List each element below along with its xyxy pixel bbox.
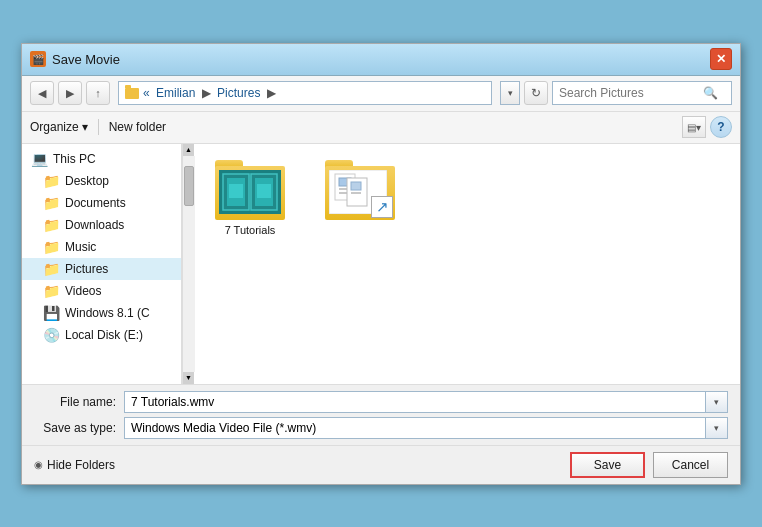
- save-button[interactable]: Save: [570, 452, 645, 478]
- chevron-up-icon: ◉: [34, 459, 43, 470]
- action-right: ▤ ▾ ?: [682, 116, 732, 138]
- action-bar: Organize ▾ New folder ▤ ▾ ?: [22, 112, 740, 144]
- filename-value: 7 Tutorials.wmv: [131, 395, 214, 409]
- scroll-track: [183, 156, 195, 372]
- savetype-label: Save as type:: [34, 421, 124, 435]
- search-bar: 🔍: [552, 81, 732, 105]
- shortcut-arrow-icon: ↗: [371, 196, 393, 218]
- sidebar-label-desktop: Desktop: [65, 174, 109, 188]
- breadcrumb-pictures[interactable]: Pictures: [217, 86, 260, 100]
- address-path-label: « Emilian ▶ Pictures ▶: [143, 86, 276, 100]
- scroll-down-button[interactable]: ▼: [183, 372, 195, 384]
- address-dropdown-button[interactable]: ▾: [500, 81, 520, 105]
- new-folder-button[interactable]: New folder: [109, 120, 166, 134]
- folder-name-pictures-2: [358, 224, 361, 236]
- folder-thumbnail-1: [219, 170, 281, 214]
- bottom-area: File name: 7 Tutorials.wmv ▾ Save as typ…: [22, 384, 740, 445]
- main-area: 💻 This PC 📁 Desktop 📁 Documents 📁 Downlo…: [22, 144, 740, 384]
- hide-folders-label: Hide Folders: [47, 458, 115, 472]
- sidebar-label-local-disk: Local Disk (E:): [65, 328, 143, 342]
- sidebar-scrollbar: ▲ ▼: [182, 144, 194, 384]
- organize-button[interactable]: Organize ▾: [30, 120, 88, 134]
- sidebar-label-downloads: Downloads: [65, 218, 124, 232]
- sidebar-item-videos[interactable]: 📁 Videos: [22, 280, 181, 302]
- svg-rect-11: [339, 192, 347, 194]
- pc-icon: 💻: [30, 151, 48, 167]
- savetype-input[interactable]: Windows Media Video File (*.wmv): [124, 417, 706, 439]
- sidebar: 💻 This PC 📁 Desktop 📁 Documents 📁 Downlo…: [22, 144, 182, 384]
- savetype-input-group: Windows Media Video File (*.wmv) ▾: [124, 417, 728, 439]
- forward-button[interactable]: ▶: [58, 81, 82, 105]
- back-button[interactable]: ◀: [30, 81, 54, 105]
- filename-input-group: 7 Tutorials.wmv ▾: [124, 391, 728, 413]
- sidebar-item-desktop[interactable]: 📁 Desktop: [22, 170, 181, 192]
- view-options-button[interactable]: ▤ ▾: [682, 116, 706, 138]
- breadcrumb-emilian[interactable]: Emilian: [156, 86, 195, 100]
- footer-buttons: Save Cancel: [570, 452, 728, 478]
- search-icon: 🔍: [703, 86, 718, 100]
- title-bar: 🎬 Save Movie ✕: [22, 44, 740, 76]
- refresh-button[interactable]: ↻: [524, 81, 548, 105]
- filename-label: File name:: [34, 395, 124, 409]
- svg-rect-6: [257, 184, 271, 198]
- folder-name-tutorials: 7 Tutorials: [225, 224, 276, 236]
- sidebar-item-pictures[interactable]: 📁 Pictures: [22, 258, 181, 280]
- sidebar-item-local-disk[interactable]: 💿 Local Disk (E:): [22, 324, 181, 346]
- filename-dropdown-button[interactable]: ▾: [706, 391, 728, 413]
- folder-icon-desktop: 📁: [42, 173, 60, 189]
- search-input[interactable]: [559, 86, 699, 100]
- sidebar-item-windows[interactable]: 💾 Windows 8.1 (C: [22, 302, 181, 324]
- drive-icon-local: 💿: [42, 327, 60, 343]
- sidebar-label-this-pc: This PC: [53, 152, 96, 166]
- sidebar-label-videos: Videos: [65, 284, 101, 298]
- filename-row: File name: 7 Tutorials.wmv ▾: [34, 391, 728, 413]
- sidebar-label-windows: Windows 8.1 (C: [65, 306, 150, 320]
- sidebar-container: 💻 This PC 📁 Desktop 📁 Documents 📁 Downlo…: [22, 144, 194, 384]
- up-button[interactable]: ↑: [86, 81, 110, 105]
- hide-folders-button[interactable]: ◉ Hide Folders: [34, 458, 115, 472]
- sidebar-label-pictures: Pictures: [65, 262, 108, 276]
- drive-icon-windows: 💾: [42, 305, 60, 321]
- address-bar[interactable]: « Emilian ▶ Pictures ▶: [118, 81, 492, 105]
- sidebar-label-documents: Documents: [65, 196, 126, 210]
- filename-input[interactable]: 7 Tutorials.wmv: [124, 391, 706, 413]
- svg-rect-13: [351, 182, 361, 190]
- scroll-up-button[interactable]: ▲: [183, 144, 195, 156]
- folder-item-tutorials[interactable]: 7 Tutorials: [210, 160, 290, 236]
- folder-item-pictures[interactable]: ↗: [320, 160, 400, 236]
- sidebar-item-this-pc[interactable]: 💻 This PC: [22, 148, 181, 170]
- dialog-footer: ◉ Hide Folders Save Cancel: [22, 445, 740, 484]
- scroll-thumb[interactable]: [184, 166, 194, 206]
- folder-icon-pictures: 📁: [42, 261, 60, 277]
- sidebar-item-music[interactable]: 📁 Music: [22, 236, 181, 258]
- dialog-title: Save Movie: [52, 52, 120, 67]
- cancel-button[interactable]: Cancel: [653, 452, 728, 478]
- sidebar-item-documents[interactable]: 📁 Documents: [22, 192, 181, 214]
- svg-rect-14: [351, 192, 361, 194]
- files-area: 7 Tutorials: [194, 144, 740, 384]
- help-button[interactable]: ?: [710, 116, 732, 138]
- svg-rect-5: [229, 184, 243, 198]
- navigation-toolbar: ◀ ▶ ↑ « Emilian ▶ Pictures ▶ ▾ ↻ 🔍: [22, 76, 740, 112]
- address-folder-icon: [125, 88, 139, 99]
- sidebar-item-downloads[interactable]: 📁 Downloads: [22, 214, 181, 236]
- action-left: Organize ▾ New folder: [30, 119, 166, 135]
- folder-icon-music: 📁: [42, 239, 60, 255]
- folder-icon-documents: 📁: [42, 195, 60, 211]
- app-icon: 🎬: [30, 51, 46, 67]
- divider: [98, 119, 99, 135]
- sidebar-label-music: Music: [65, 240, 96, 254]
- savetype-value: Windows Media Video File (*.wmv): [131, 421, 316, 435]
- close-button[interactable]: ✕: [710, 48, 732, 70]
- savetype-dropdown-button[interactable]: ▾: [706, 417, 728, 439]
- folder-icon-pictures-2: ↗: [325, 160, 395, 220]
- title-bar-left: 🎬 Save Movie: [30, 51, 120, 67]
- folder-icon-videos: 📁: [42, 283, 60, 299]
- save-movie-dialog: 🎬 Save Movie ✕ ◀ ▶ ↑ « Emilian ▶ Picture…: [21, 43, 741, 485]
- folder-icon-tutorials: [215, 160, 285, 220]
- folder-icon-downloads: 📁: [42, 217, 60, 233]
- savetype-row: Save as type: Windows Media Video File (…: [34, 417, 728, 439]
